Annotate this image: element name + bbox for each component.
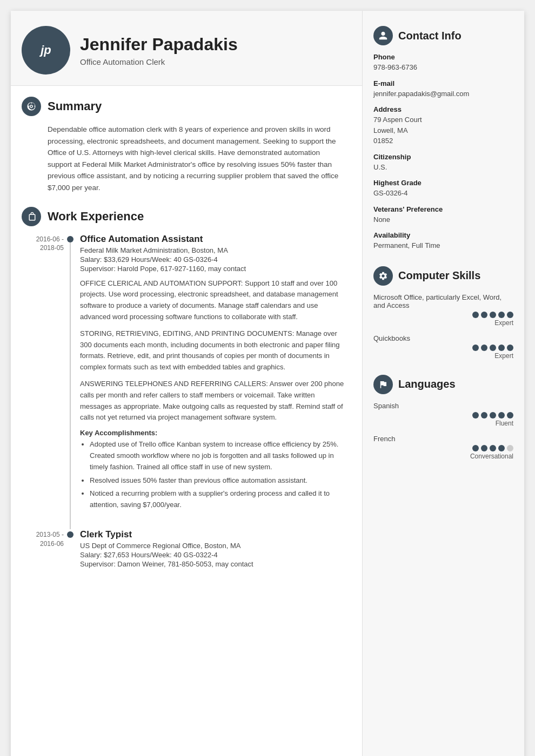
contact-veterans: Veterans' Preference None <box>373 205 513 225</box>
target-icon <box>26 102 36 111</box>
timeline-item-2: 2013-05 - 2016-06 Clerk Typist US Dept o… <box>22 529 346 573</box>
skill-dot-qb-1 <box>472 345 479 351</box>
job-date-2: 2013-05 - 2016-06 <box>36 530 64 549</box>
skill-name-ms-office: Microsoft Office, particularly Excel, Wo… <box>373 293 513 309</box>
summary-body: Dependable office automation clerk with … <box>22 124 346 194</box>
lang-dots-spanish <box>373 412 513 418</box>
skill-dot-qb-2 <box>481 345 487 351</box>
lang-dot-sp-5 <box>507 412 513 418</box>
skill-dot-qb-3 <box>490 345 496 351</box>
job-details-1: Salary: $33,629 Hours/Week: 40 GS-0326-4 <box>80 255 346 264</box>
computer-skills-header: Computer Skills <box>373 266 513 286</box>
work-experience-section: Work Experience 2016-06 - 2018-05 Office… <box>22 207 346 573</box>
availability-value: Permanent, Full Time <box>373 240 513 251</box>
resume: jp Jennifer Papadakis Office Automation … <box>11 11 524 756</box>
address-label: Address <box>373 105 513 113</box>
contact-phone: Phone 978-963-6736 <box>373 53 513 73</box>
work-experience-header: Work Experience <box>22 207 346 226</box>
avatar: jp <box>22 26 70 75</box>
timeline-line-1 <box>70 242 71 529</box>
person-icon <box>378 31 388 40</box>
job-company-1: Federal Milk Market Administration, Bost… <box>80 246 346 254</box>
availability-label: Availability <box>373 231 513 239</box>
skill-item-ms-office: Microsoft Office, particularly Excel, Wo… <box>373 293 513 327</box>
timeline-body-2: Clerk Typist US Dept of Commerce Regiona… <box>70 529 346 573</box>
lang-dot-fr-3 <box>490 445 496 451</box>
lang-name-french: French <box>373 435 513 443</box>
lang-dot-fr-5 <box>507 445 513 451</box>
left-column: jp Jennifer Papadakis Office Automation … <box>11 11 362 756</box>
languages-section: Languages Spanish Fluent French <box>373 375 513 460</box>
veterans-value: None <box>373 214 513 225</box>
accomplishment-1-1: Resolved issues 50% faster than previous… <box>90 475 346 487</box>
lang-dot-sp-2 <box>481 412 487 418</box>
job-desc-1-1: STORING, RETRIEVING, EDITING, AND PRINTI… <box>80 328 346 373</box>
lang-dot-sp-4 <box>498 412 505 418</box>
skill-dot-2 <box>481 312 487 318</box>
summary-section: Summary Dependable office automation cle… <box>22 97 346 194</box>
computer-skills-icon <box>373 266 393 286</box>
veterans-label: Veterans' Preference <box>373 205 513 213</box>
email-value: jennifer.papadakis@gmail.com <box>373 89 513 99</box>
phone-value: 978-963-6736 <box>373 62 513 73</box>
lang-dot-sp-3 <box>490 412 496 418</box>
job-company-2: US Dept of Commerce Regional Office, Bos… <box>80 542 346 550</box>
skill-dot-qb-5 <box>507 345 513 351</box>
summary-title: Summary <box>48 99 102 113</box>
languages-title: Languages <box>398 378 456 390</box>
lang-name-spanish: Spanish <box>373 402 513 410</box>
skill-name-quickbooks: Quickbooks <box>373 334 513 342</box>
timeline-dot-2 <box>67 531 73 538</box>
skill-dot-qb-4 <box>498 345 505 351</box>
briefcase-icon <box>26 212 36 221</box>
email-label: E-mail <box>373 79 513 87</box>
main-content: Summary Dependable office automation cle… <box>11 86 362 756</box>
job-desc-1-2: ANSWERING TELEPHONES AND REFERRING CALLE… <box>80 379 346 423</box>
header-info: Jennifer Papadakis Office Automation Cle… <box>80 34 238 66</box>
languages-icon <box>373 375 393 394</box>
lang-dots-french <box>373 445 513 451</box>
work-icon <box>22 207 41 226</box>
address-value: 79 Aspen Court Lowell, MA 01852 <box>373 114 513 146</box>
timeline-left-2: 2013-05 - 2016-06 <box>22 529 70 573</box>
contact-icon <box>373 26 393 45</box>
lang-dot-fr-2 <box>481 445 487 451</box>
header: jp Jennifer Papadakis Office Automation … <box>11 11 362 86</box>
timeline-dot-1 <box>67 236 73 242</box>
lang-level-spanish: Fluent <box>373 420 513 427</box>
timeline: 2016-06 - 2018-05 Office Automation Assi… <box>22 234 346 573</box>
skill-dot-3 <box>490 312 496 318</box>
job-title-1: Office Automation Assistant <box>80 234 346 245</box>
contact-address: Address 79 Aspen Court Lowell, MA 01852 <box>373 105 513 146</box>
contact-header: Contact Info <box>373 26 513 45</box>
flag-icon <box>378 380 388 389</box>
job-desc-1-0: OFFICE CLERICAL AND AUTOMATION SUPPORT: … <box>80 278 346 323</box>
contact-citizenship: Citizenship U.S. <box>373 153 513 173</box>
candidate-name: Jennifer Papadakis <box>80 34 238 55</box>
contact-grade: Highest Grade GS-0326-4 <box>373 179 513 199</box>
timeline-left-1: 2016-06 - 2018-05 <box>22 234 70 513</box>
skill-level-quickbooks: Expert <box>373 352 513 360</box>
avatar-initials: jp <box>41 43 51 57</box>
contact-email: E-mail jennifer.papadakis@gmail.com <box>373 79 513 99</box>
candidate-title: Office Automation Clerk <box>80 57 238 66</box>
timeline-item-1: 2016-06 - 2018-05 Office Automation Assi… <box>22 234 346 513</box>
lang-item-french: French Conversational <box>373 435 513 460</box>
job-title-2: Clerk Typist <box>80 529 346 540</box>
citizenship-value: U.S. <box>373 162 513 173</box>
right-column: Contact Info Phone 978-963-6736 E-mail j… <box>362 11 524 756</box>
lang-dot-fr-4 <box>498 445 505 451</box>
citizenship-label: Citizenship <box>373 153 513 161</box>
summary-icon <box>22 97 41 116</box>
computer-skills-title: Computer Skills <box>398 269 480 282</box>
lang-dot-fr-1 <box>472 445 479 451</box>
skill-dots-quickbooks <box>373 345 513 351</box>
skill-dot-5 <box>507 312 513 318</box>
job-date-1: 2016-06 - 2018-05 <box>36 235 64 253</box>
grade-label: Highest Grade <box>373 179 513 187</box>
computer-skills-section: Computer Skills Microsoft Office, partic… <box>373 266 513 360</box>
skill-dot-4 <box>498 312 505 318</box>
languages-header: Languages <box>373 375 513 394</box>
lang-item-spanish: Spanish Fluent <box>373 402 513 427</box>
job-details-2: Salary: $27,653 Hours/Week: 40 GS-0322-4 <box>80 551 346 559</box>
